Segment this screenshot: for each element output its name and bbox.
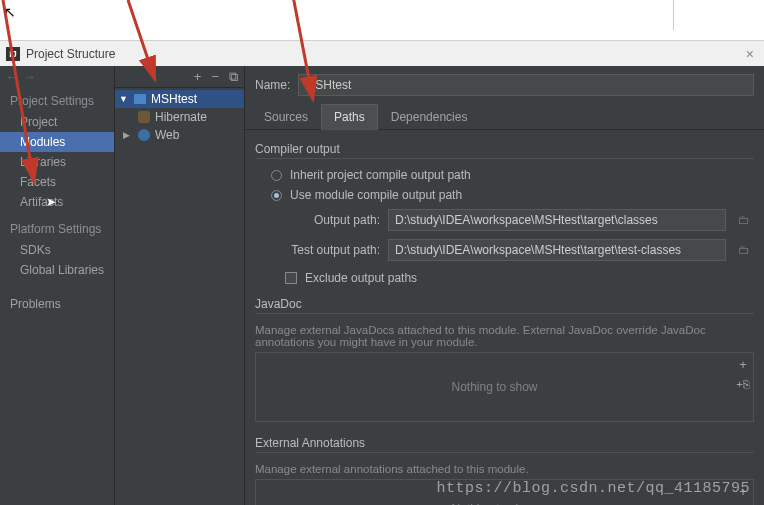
- add-url-icon[interactable]: +⎘: [736, 378, 749, 390]
- tree-item-mshtest[interactable]: ▼ MSHtest: [115, 90, 244, 108]
- tree-label: MSHtest: [151, 92, 197, 106]
- add-icon[interactable]: +: [194, 69, 202, 84]
- sidebar-item-facets[interactable]: Facets: [0, 172, 114, 192]
- watermark: https://blog.csdn.net/qq_41185795: [436, 480, 750, 497]
- radio-inherit[interactable]: Inherit project compile output path: [255, 165, 754, 185]
- back-icon[interactable]: ←: [6, 70, 18, 88]
- annotations-section: External Annotations: [255, 436, 754, 453]
- section-platform-settings: Platform Settings: [0, 212, 114, 240]
- sidebar-item-modules[interactable]: Modules: [0, 132, 114, 152]
- section-project-settings: Project Settings: [0, 88, 114, 112]
- tree-item-web[interactable]: ▶ Web: [115, 126, 244, 144]
- tree-label: Web: [155, 128, 179, 142]
- sidebar-item-libraries[interactable]: Libraries: [0, 152, 114, 172]
- exclude-output-paths[interactable]: Exclude output paths: [255, 265, 754, 291]
- window-title: Project Structure: [26, 47, 742, 61]
- radio-icon: [271, 190, 282, 201]
- remove-icon[interactable]: −: [211, 69, 219, 84]
- titlebar: IJ Project Structure ×: [0, 40, 764, 66]
- javadoc-section: JavaDoc: [255, 297, 754, 314]
- checkbox-label: Exclude output paths: [305, 271, 417, 285]
- browser-top-area: ↖: [0, 0, 764, 40]
- hibernate-icon: [137, 111, 151, 123]
- settings-sidebar: ← → Project Settings Project Modules Lib…: [0, 66, 115, 505]
- module-name-input[interactable]: [298, 74, 754, 96]
- sidebar-item-artifacts[interactable]: Artifacts: [0, 192, 114, 212]
- output-path-row: Output path: 🗀: [255, 205, 754, 235]
- compiler-output-section: Compiler output: [255, 142, 754, 159]
- annotations-desc: Manage external annotations attached to …: [255, 459, 754, 475]
- sidebar-item-sdks[interactable]: SDKs: [0, 240, 114, 260]
- divider: [673, 0, 674, 30]
- checkbox-icon: [285, 272, 297, 284]
- sidebar-item-global-libraries[interactable]: Global Libraries: [0, 260, 114, 280]
- detail-tabs: Sources Paths Dependencies: [245, 104, 764, 130]
- javadoc-desc: Manage external JavaDocs attached to thi…: [255, 320, 754, 348]
- paths-content: Compiler output Inherit project compile …: [245, 130, 764, 505]
- output-path-input[interactable]: [388, 209, 726, 231]
- radio-icon: [271, 170, 282, 181]
- radio-label: Inherit project compile output path: [290, 168, 471, 182]
- output-path-label: Output path:: [285, 213, 380, 227]
- name-row: Name:: [245, 66, 764, 104]
- browse-icon[interactable]: 🗀: [734, 243, 754, 257]
- nav-arrows: ← →: [0, 70, 114, 88]
- sidebar-item-project[interactable]: Project: [0, 112, 114, 132]
- name-label: Name:: [255, 78, 290, 92]
- tab-sources[interactable]: Sources: [251, 104, 321, 130]
- copy-icon[interactable]: ⧉: [229, 69, 238, 85]
- radio-use-module[interactable]: Use module compile output path: [255, 185, 754, 205]
- tree-label: Hibernate: [155, 110, 207, 124]
- add-icon[interactable]: +: [739, 357, 747, 372]
- folder-icon: [133, 93, 147, 105]
- app-icon: IJ: [6, 47, 20, 61]
- sidebar-item-problems[interactable]: Problems: [0, 294, 114, 314]
- chevron-down-icon[interactable]: ▼: [119, 94, 129, 104]
- close-icon[interactable]: ×: [742, 46, 758, 62]
- details-panel: Name: Sources Paths Dependencies Compile…: [245, 66, 764, 505]
- cursor-icon: ↖: [4, 4, 16, 20]
- main-area: ← → Project Settings Project Modules Lib…: [0, 66, 764, 505]
- chevron-right-icon[interactable]: ▶: [123, 130, 133, 140]
- test-output-path-row: Test output path: 🗀: [255, 235, 754, 265]
- tree-item-hibernate[interactable]: Hibernate: [115, 108, 244, 126]
- forward-icon[interactable]: →: [24, 70, 36, 88]
- module-tree: ▼ MSHtest Hibernate ▶ Web: [115, 88, 244, 146]
- radio-label: Use module compile output path: [290, 188, 462, 202]
- test-output-path-label: Test output path:: [285, 243, 380, 257]
- browse-icon[interactable]: 🗀: [734, 213, 754, 227]
- javadoc-toolbar: + +⎘: [733, 353, 753, 421]
- tab-paths[interactable]: Paths: [321, 104, 378, 130]
- module-tree-panel: + − ⧉ ▼ MSHtest Hibernate ▶ Web: [115, 66, 245, 505]
- javadoc-empty: Nothing to show: [256, 353, 733, 421]
- web-icon: [137, 129, 151, 141]
- javadoc-list: Nothing to show + +⎘: [255, 352, 754, 422]
- tree-toolbar: + − ⧉: [115, 66, 244, 88]
- tab-dependencies[interactable]: Dependencies: [378, 104, 481, 130]
- test-output-path-input[interactable]: [388, 239, 726, 261]
